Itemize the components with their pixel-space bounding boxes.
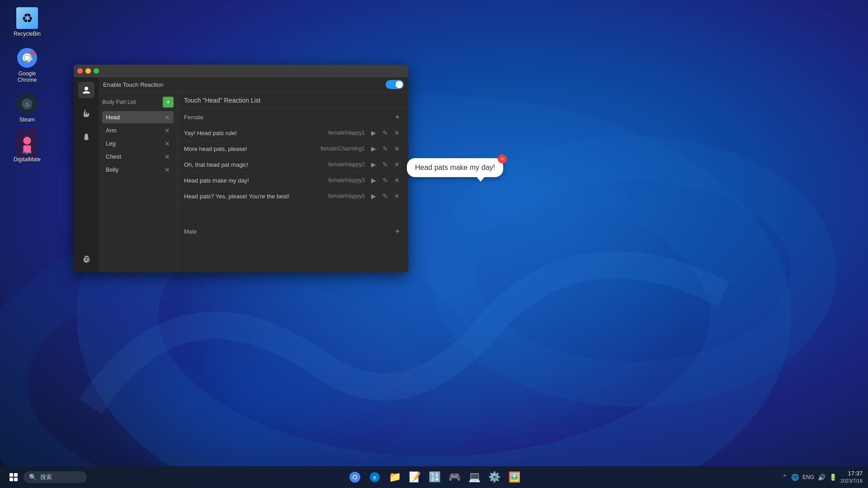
female-reactions-list: Yay! Head pats rule! female\Happy1 ▶ ✎ ✕… <box>178 125 408 204</box>
app-content: Enable Touch Reaction Body Part List + H… <box>74 77 408 272</box>
reaction-section: Female + Yay! Head pats rule! female\Hap… <box>178 109 408 272</box>
body-part-item-leg[interactable]: Leg✕ <box>102 137 174 150</box>
body-part-name: Chest <box>106 153 121 160</box>
edit-reaction-button[interactable]: ✎ <box>380 175 390 185</box>
desktop-icon-digitalmate[interactable]: Digital DigitalMate <box>9 130 45 165</box>
reaction-panel: Touch "Head" Reaction List Female + Yay!… <box>178 92 408 272</box>
sidebar-icon-touch[interactable] <box>78 105 94 122</box>
female-label: Female <box>184 114 203 121</box>
taskbar: 🔍 搜索 e 📁 📝 🔢 🎮 💻 <box>0 466 868 488</box>
touch-icon <box>82 109 91 118</box>
svg-point-6 <box>24 55 30 61</box>
lang-label[interactable]: ENG <box>802 474 814 480</box>
reaction-file: female\Happy5 <box>328 193 365 199</box>
system-tray: ⌃ 🌐 ENG 🔊 🔋 17:37 2023/7/16 <box>782 470 863 484</box>
chrome-icon <box>17 48 37 68</box>
play-reaction-button[interactable]: ▶ <box>368 175 378 185</box>
recycle-bin-label: RecycleBin <box>14 31 41 37</box>
edit-reaction-button[interactable]: ✎ <box>380 160 390 169</box>
taskbar-app-vscode[interactable]: 💻 <box>465 468 483 486</box>
app-main-area: Enable Touch Reaction Body Part List + H… <box>99 77 408 272</box>
taskbar-explorer-icon: 📁 <box>389 471 401 483</box>
delete-reaction-button[interactable]: ✕ <box>392 160 402 169</box>
delete-reaction-button[interactable]: ✕ <box>392 144 402 154</box>
delete-reaction-button[interactable]: ✕ <box>392 128 402 138</box>
reaction-actions: ▶ ✎ ✕ <box>368 144 402 154</box>
body-part-name: Leg <box>106 140 116 147</box>
minimize-window-button[interactable] <box>85 68 91 74</box>
remove-body-part-button[interactable]: ✕ <box>165 127 170 134</box>
desktop-icons-area: ♻ RecycleBin Google Chrome <box>9 5 45 165</box>
taskbar-app-edge[interactable]: e <box>366 468 384 486</box>
body-part-item-chest[interactable]: Chest✕ <box>102 150 174 163</box>
remove-body-part-button[interactable]: ✕ <box>165 114 170 121</box>
chevron-up-icon[interactable]: ⌃ <box>782 474 788 481</box>
taskbar-app-settings[interactable]: ⚙️ <box>485 468 503 486</box>
edit-reaction-button[interactable]: ✎ <box>380 191 390 201</box>
reaction-file: female\Happy2 <box>328 161 365 168</box>
taskbar-app-photos[interactable]: 🖼️ <box>505 468 523 486</box>
female-section-header: Female + <box>178 109 408 125</box>
taskbar-app-explorer[interactable]: 📁 <box>386 468 404 486</box>
delete-reaction-button[interactable]: ✕ <box>392 191 402 201</box>
body-part-list-header: Body Part List + <box>102 97 174 108</box>
svg-text:♨: ♨ <box>24 100 30 108</box>
edit-reaction-button[interactable]: ✎ <box>380 128 390 138</box>
digitalmate-label: DigitalMate <box>14 156 41 163</box>
male-label: Male <box>184 228 197 235</box>
play-reaction-button[interactable]: ▶ <box>368 191 378 201</box>
body-part-name: Belly <box>106 166 118 173</box>
network-icon[interactable]: 🌐 <box>791 474 799 481</box>
windows-start-icon <box>9 473 18 481</box>
remove-body-part-button[interactable]: ✕ <box>165 141 170 147</box>
reaction-text: Head pats make my day! <box>184 177 328 184</box>
maximize-window-button[interactable] <box>94 68 99 74</box>
remove-body-part-button[interactable]: ✕ <box>165 154 170 160</box>
sidebar <box>74 77 99 272</box>
taskbar-vscode-icon: 💻 <box>468 471 481 483</box>
taskbar-app-calculator[interactable]: 🔢 <box>425 468 443 486</box>
body-part-item-head[interactable]: Head✕ <box>102 111 174 123</box>
reaction-text: Oh, that head pat magic! <box>184 161 328 168</box>
play-reaction-button[interactable]: ▶ <box>368 144 378 154</box>
edit-reaction-button[interactable]: ✎ <box>380 144 390 154</box>
delete-reaction-button[interactable]: ✕ <box>392 175 402 185</box>
sidebar-icon-settings[interactable] <box>78 252 94 268</box>
remove-body-part-button[interactable]: ✕ <box>165 167 170 173</box>
taskbar-app-chrome[interactable] <box>346 468 364 486</box>
clock[interactable]: 17:37 2023/7/16 <box>840 470 863 484</box>
reaction-file: female\Happy3 <box>328 177 365 183</box>
clock-date: 2023/7/16 <box>840 478 863 484</box>
add-body-part-button[interactable]: + <box>163 97 174 108</box>
title-bar <box>74 65 408 77</box>
clock-time: 17:37 <box>840 470 863 478</box>
taskbar-app-steam[interactable]: 🎮 <box>445 468 463 486</box>
taskbar-notepad-icon: 📝 <box>409 471 421 483</box>
sidebar-icon-profile[interactable] <box>78 82 94 98</box>
start-button[interactable] <box>5 469 22 485</box>
battery-icon[interactable]: 🔋 <box>829 474 837 481</box>
sidebar-icon-notifications[interactable] <box>78 129 94 145</box>
taskbar-search[interactable]: 🔍 搜索 <box>24 471 87 483</box>
taskbar-edge-icon: e <box>369 472 380 483</box>
desktop-icon-steam[interactable]: ♨ Steam <box>9 90 45 126</box>
volume-icon[interactable]: 🔊 <box>818 474 826 481</box>
taskbar-app-notepad[interactable]: 📝 <box>406 468 424 486</box>
close-window-button[interactable] <box>77 68 83 74</box>
add-male-reaction-button[interactable]: + <box>393 227 402 236</box>
body-part-item-belly[interactable]: Belly✕ <box>102 164 174 176</box>
play-reaction-button[interactable]: ▶ <box>368 160 378 169</box>
play-reaction-button[interactable]: ▶ <box>368 128 378 138</box>
reaction-actions: ▶ ✎ ✕ <box>368 160 402 169</box>
body-parts-list: Head✕Arm✕Leg✕Chest✕Belly✕ <box>102 111 174 177</box>
enable-reaction-toggle[interactable] <box>386 80 404 89</box>
speech-bubble-close-button[interactable]: × <box>498 155 507 164</box>
svg-text:Digital: Digital <box>23 150 31 154</box>
desktop-icon-recycle-bin[interactable]: ♻ RecycleBin <box>9 5 45 40</box>
recycle-bin-icon: ♻ <box>16 7 38 29</box>
desktop-icon-chrome[interactable]: Google Chrome <box>9 44 45 86</box>
add-female-reaction-button[interactable]: + <box>393 113 402 122</box>
body-part-item-arm[interactable]: Arm✕ <box>102 124 174 136</box>
svg-text:e: e <box>373 474 376 481</box>
female-reaction-item: Yay! Head pats rule! female\Happy1 ▶ ✎ ✕ <box>178 125 408 141</box>
